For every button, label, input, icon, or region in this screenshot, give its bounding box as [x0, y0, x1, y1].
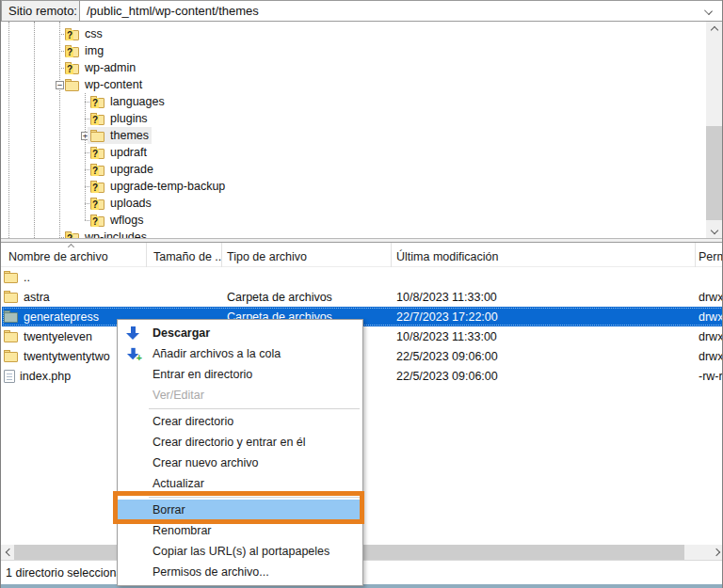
column-header-size[interactable]: Tamaño de ...: [147, 243, 222, 267]
context-menu: Descargar Añadir archivos a la cola Entr…: [117, 319, 363, 586]
menu-item-crear-directorio-y-entrar-en-el[interactable]: Crear directorio y entrar en él: [118, 432, 362, 453]
tree-item-label: updraft: [110, 146, 147, 159]
menu-item-entrar-en-directorio[interactable]: Entrar en directorio: [118, 364, 362, 385]
file-permissions: drwxr-xr-x: [699, 346, 723, 366]
scroll-up-icon[interactable]: [706, 22, 722, 38]
download-arrow-icon: [126, 326, 141, 341]
file-modified: 22/7/2023 17:22:00: [396, 307, 498, 326]
folder-question-icon: ?: [90, 215, 105, 227]
menu-item-label: Crear nuevo archivo: [153, 456, 259, 469]
file-permissions: -rw-r--r--: [699, 366, 723, 386]
file-type: Carpeta de archivos: [227, 287, 332, 307]
file-name: ..: [24, 271, 30, 284]
tree-item-themes[interactable]: + themes: [1, 127, 707, 144]
file-name: astra: [24, 291, 50, 304]
tree-item-label: upgrade: [110, 163, 153, 176]
menu-item-ver-editar: Ver/Editar: [118, 385, 362, 405]
tree-item-wp-includes[interactable]: ? wp-includes: [1, 229, 707, 238]
menu-item-label: Crear directorio y entrar en él: [153, 436, 306, 449]
folder-icon: [4, 350, 19, 362]
folder-icon: [90, 130, 105, 142]
file-permissions: drwxr-xr-x: [699, 287, 723, 307]
remote-site-bar: Sitio remoto: /public_html/wp-content/th…: [1, 0, 723, 22]
tree-vertical-scrollbar[interactable]: [706, 22, 722, 238]
remote-path-combobox[interactable]: /public_html/wp-content/themes: [80, 1, 723, 21]
tree-item-label: wp-content: [85, 78, 142, 91]
scroll-right-icon[interactable]: [708, 545, 723, 560]
scrollbar-thumb[interactable]: [706, 126, 722, 220]
tree-item-label: themes: [110, 129, 149, 142]
ftp-client-window: Sitio remoto: /public_html/wp-content/th…: [0, 0, 723, 588]
folder-question-icon: ?: [65, 231, 80, 239]
tree-item-img[interactable]: ? img: [1, 42, 707, 59]
folder-question-icon: ?: [90, 181, 105, 193]
tree-item-label: plugins: [110, 112, 148, 125]
folder-icon: [4, 310, 19, 323]
menu-item-label: Ver/Editar: [153, 389, 204, 402]
tree-item-wflogs[interactable]: ? wflogs: [1, 212, 707, 229]
remote-site-label: Sitio remoto:: [2, 1, 80, 21]
folder-question-icon: ?: [90, 113, 105, 125]
folder-question-icon: ?: [65, 62, 80, 74]
menu-item-crear-directorio[interactable]: Crear directorio: [118, 411, 362, 432]
file-name: twentytwentytwo: [24, 350, 110, 363]
folder-question-icon: ?: [65, 45, 80, 57]
tree-item-upgrade-temp-backup[interactable]: ? upgrade-temp-backup: [1, 178, 707, 195]
column-header-name[interactable]: Nombre de archivo: [1, 243, 147, 267]
file-modified: 10/8/2023 11:33:00: [396, 287, 497, 307]
menu-item-label: Copiar las URL(s) al portapapeles: [153, 545, 329, 558]
file-name: index.php: [20, 370, 71, 383]
file-list-header: Nombre de archivo Tamaño de ... Tipo de …: [1, 243, 723, 267]
file-modified: 22/5/2023 09:06:00: [396, 366, 498, 386]
file-modified: 22/5/2023 09:06:00: [396, 346, 498, 366]
menu-item-label: Descargar: [153, 326, 210, 340]
menu-item-permisos-de-archivo[interactable]: Permisos de archivo...: [118, 562, 362, 582]
tree-item-label: img: [85, 44, 104, 57]
folder-question-icon: ?: [90, 198, 105, 210]
tree-item-updraft[interactable]: ? updraft: [1, 144, 707, 161]
column-header-modified[interactable]: Última modificación: [392, 243, 696, 267]
tree-item-label: languages: [110, 95, 165, 108]
menu-item-descargar[interactable]: Descargar: [118, 323, 362, 343]
annotation-highlight-box: [113, 491, 364, 524]
folder-icon: [4, 330, 19, 342]
folder-question-icon: ?: [90, 164, 105, 176]
remote-tree-panel: ? css ? img ? wp-admin −: [1, 22, 723, 238]
folder-icon: [4, 291, 19, 303]
column-header-permissions[interactable]: Permisos: [696, 243, 723, 267]
folder-question-icon: ?: [90, 96, 105, 108]
menu-item-label: Entrar en directorio: [153, 368, 252, 381]
file-modified: 10/8/2023 11:33:00: [396, 326, 497, 346]
tree-item-label: css: [85, 27, 103, 40]
column-header-type[interactable]: Tipo de archivo: [222, 243, 392, 267]
tree-item-label: uploads: [110, 197, 152, 210]
tree-item-label: wflogs: [110, 214, 143, 227]
remote-path-value: /public_html/wp-content/themes: [87, 4, 259, 18]
tree-item-label: upgrade-temp-backup: [110, 180, 225, 193]
tree-item-css[interactable]: ? css: [1, 25, 707, 42]
chevron-down-icon[interactable]: [704, 7, 713, 15]
tree-item-uploads[interactable]: ? uploads: [1, 195, 707, 212]
menu-item-label: Actualizar: [153, 477, 204, 490]
file-row-astra[interactable]: astra Carpeta de archivos 10/8/2023 11:3…: [1, 287, 723, 307]
menu-item-copiar-las-url-s-al-portapapeles[interactable]: Copiar las URL(s) al portapapeles: [118, 541, 362, 562]
tree-item-plugins[interactable]: ? plugins: [1, 110, 707, 127]
menu-item-label: Añadir archivos a la cola: [153, 347, 281, 360]
tree-item-wp-content[interactable]: − wp-content: [1, 76, 707, 93]
folder-icon: [4, 271, 19, 283]
scroll-down-icon[interactable]: [706, 222, 722, 238]
folder-question-icon: ?: [65, 28, 80, 40]
file-permissions: drwxr-xr-x: [699, 307, 723, 326]
file-permissions: drwxr-xr-x: [699, 326, 723, 346]
menu-item-anadir-archivos-a-la-cola[interactable]: Añadir archivos a la cola: [118, 343, 362, 364]
tree-item-wp-admin[interactable]: ? wp-admin: [1, 59, 707, 76]
file-row-[interactable]: ..: [1, 267, 723, 287]
menu-item-crear-nuevo-archivo[interactable]: Crear nuevo archivo: [118, 453, 362, 473]
menu-item-label: Crear directorio: [153, 415, 233, 428]
folder-question-icon: ?: [90, 147, 105, 159]
tree-item-languages[interactable]: ? languages: [1, 93, 707, 110]
tree-item-upgrade[interactable]: ? upgrade: [1, 161, 707, 178]
tree-item-label: wp-includes: [85, 230, 147, 238]
file-name: twentyeleven: [24, 330, 92, 343]
tree-item-label: wp-admin: [85, 61, 136, 74]
